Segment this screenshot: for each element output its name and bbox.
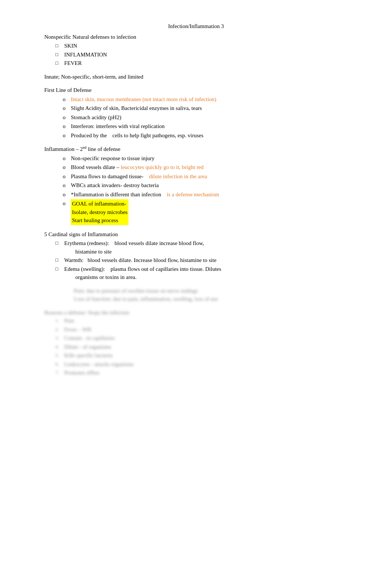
blurred-section-1: Pain: due to pressure of swollen tissue …	[44, 287, 348, 303]
item-text: Edema (swelling): plasma flows out of ca…	[64, 265, 221, 282]
o-bullet: o	[63, 104, 71, 113]
list-item: o Slight Acidity of skin, Bactericidal e…	[63, 104, 348, 113]
bullet-icon: 5.	[55, 352, 63, 359]
list-item: □ FEVER	[55, 59, 348, 68]
page-title: Infection/Inflammation 3	[44, 22, 348, 31]
first-line-list: o Intact skin, mucous membranes (not int…	[44, 95, 348, 140]
item-text: SKIN	[64, 42, 77, 50]
list-item: □ Warmth: blood vessels dilate. Increase…	[55, 256, 348, 265]
item-text: Pain	[64, 317, 74, 325]
list-item: 5.Kills specific bacteria	[55, 351, 348, 360]
bullet-icon: 3.	[55, 334, 63, 342]
list-item: o Interferon: interferes with viral repl…	[63, 122, 348, 131]
list-item: 7.Promotes efflux	[55, 369, 348, 377]
o-bullet: o	[63, 199, 71, 208]
cardinal-list: □ Erythema (redness): blood vessels dila…	[44, 239, 348, 282]
item-text: WBCs attack invaders- destroy bacteria	[71, 181, 159, 190]
item-text: Blood vessels dilate – leucocytes quickl…	[71, 163, 204, 172]
orange-text: leucocytes quickly go to it, bright red	[121, 164, 204, 170]
list-item: o WBCs attack invaders- destroy bacteria	[63, 181, 348, 190]
bullet-icon: 6.	[55, 361, 63, 368]
blurred-line-2: Loss of function: due to pain, inflammat…	[44, 295, 348, 303]
inflammation-list: o Non-specific response to tissue injury…	[44, 154, 348, 225]
bullet-icon: □	[55, 239, 63, 247]
o-bullet: o	[63, 113, 71, 122]
first-line-section: First Line of Defense o Intact skin, muc…	[44, 86, 348, 139]
item-text: Produced by the cells to help fight path…	[71, 131, 203, 140]
bullet-icon: □	[55, 256, 63, 264]
inflammation-title-suffix: line of defense	[86, 146, 120, 152]
list-item: 2.Fever – WB	[55, 325, 348, 334]
list-item: □ Edema (swelling): plasma flows out of …	[55, 265, 348, 282]
list-item: 1.Pain	[55, 317, 348, 325]
list-item: 3.Contain - in capillaries	[55, 334, 348, 342]
bullet-icon: 7.	[55, 369, 63, 376]
list-item-goal: o GOAL of inflammation- Isolate, destroy…	[63, 199, 348, 225]
list-item: o Plasma flows to damaged tissue- dilute…	[63, 172, 348, 181]
item-text: Erythema (redness): blood vessels dilate…	[64, 239, 204, 256]
list-item: o Stomach acidity (pH2)	[63, 113, 348, 122]
first-line-title: First Line of Defense	[44, 86, 348, 94]
bullet-icon: □	[55, 265, 63, 273]
item-text: *Inflammation is different than infectio…	[71, 190, 219, 199]
blurred-section-title: Reasons a defense: Stops the infection	[44, 308, 348, 317]
item-text: Interferon: interferes with viral replic…	[71, 122, 165, 131]
inflammation-section: Inflammation – 2nd line of defense o Non…	[44, 145, 348, 225]
list-item: □ SKIN	[55, 42, 348, 50]
blurred-list: 1.Pain 2.Fever – WB 3.Contain - in capil…	[44, 317, 348, 377]
inflammation-title-prefix: Inflammation – 2	[44, 146, 83, 152]
bullet-icon: 4.	[55, 343, 63, 351]
bullet-icon: □	[55, 42, 63, 49]
item-text: Dilute - of organisms	[64, 343, 111, 351]
list-item: o Blood vessels dilate – leucocytes quic…	[63, 163, 348, 172]
item-text: Promotes efflux	[64, 369, 100, 377]
o-bullet: o	[63, 181, 71, 190]
list-item: o *Inflammation is different than infect…	[63, 190, 348, 199]
o-bullet: o	[63, 163, 71, 172]
item-text: INFLAMMATION	[64, 51, 107, 59]
inflammation-superscript: nd	[83, 145, 86, 149]
list-item: 6.Leukocytes - attacks organisms	[55, 360, 348, 369]
list-item: o Produced by the cells to help fight pa…	[63, 131, 348, 140]
item-text: Slight Acidity of skin, Bactericidal enz…	[71, 104, 202, 113]
item-text: Leukocytes - attacks organisms	[64, 360, 134, 369]
o-bullet: o	[63, 190, 71, 199]
cardinal-section: 5 Cardinal signs of Inflammation □ Eryth…	[44, 230, 348, 282]
item-text: Warmth: blood vessels dilate. Increase b…	[64, 256, 216, 265]
list-item: □ INFLAMMATION	[55, 51, 348, 59]
bullet-icon: □	[55, 59, 63, 67]
item-text: Intact skin, mucous membranes (not intac…	[71, 95, 216, 104]
nonspecific-title: Nonspecific Natural defenses to infectio…	[44, 33, 348, 41]
orange-text: is a defense mechanism	[162, 192, 219, 197]
list-item: 4.Dilute - of organisms	[55, 343, 348, 351]
nonspecific-list: □ SKIN □ INFLAMMATION □ FEVER	[44, 42, 348, 68]
bullet-icon: □	[55, 51, 63, 58]
nonspecific-section: Nonspecific Natural defenses to infectio…	[44, 33, 348, 68]
goal-text: GOAL of inflammation- Isolate, destroy m…	[71, 199, 128, 225]
blurred-section-2: Reasons a defense: Stops the infection 1…	[44, 308, 348, 377]
blurred-line-1: Pain: due to pressure of swollen tissue …	[44, 287, 348, 295]
list-item: □ Erythema (redness): blood vessels dila…	[55, 239, 348, 256]
o-bullet: o	[63, 122, 71, 131]
orange-text: dilute infection in the area	[145, 173, 207, 179]
item-text: Non-specific response to tissue injury	[71, 154, 155, 163]
o-bullet: o	[63, 131, 71, 140]
list-item: o Intact skin, mucous membranes (not int…	[63, 95, 348, 104]
item-text: Stomach acidity (pH2)	[71, 113, 121, 122]
o-bullet: o	[63, 95, 71, 104]
o-bullet: o	[63, 172, 71, 181]
bullet-icon: 1.	[55, 317, 63, 324]
item-text: Plasma flows to damaged tissue- dilute i…	[71, 172, 207, 181]
innate-line: Innate; Non-specific, short-term, and li…	[44, 73, 348, 81]
inflammation-title: Inflammation – 2nd line of defense	[44, 145, 348, 154]
list-item: o Non-specific response to tissue injury	[63, 154, 348, 163]
item-text: FEVER	[64, 59, 82, 68]
cardinal-title: 5 Cardinal signs of Inflammation	[44, 230, 348, 239]
item-text: Contain - in capillaries	[64, 334, 115, 342]
item-text: Fever – WB	[64, 325, 91, 334]
bullet-icon: 2.	[55, 326, 63, 333]
o-bullet: o	[63, 154, 71, 163]
item-text: Kills specific bacteria	[64, 351, 113, 360]
